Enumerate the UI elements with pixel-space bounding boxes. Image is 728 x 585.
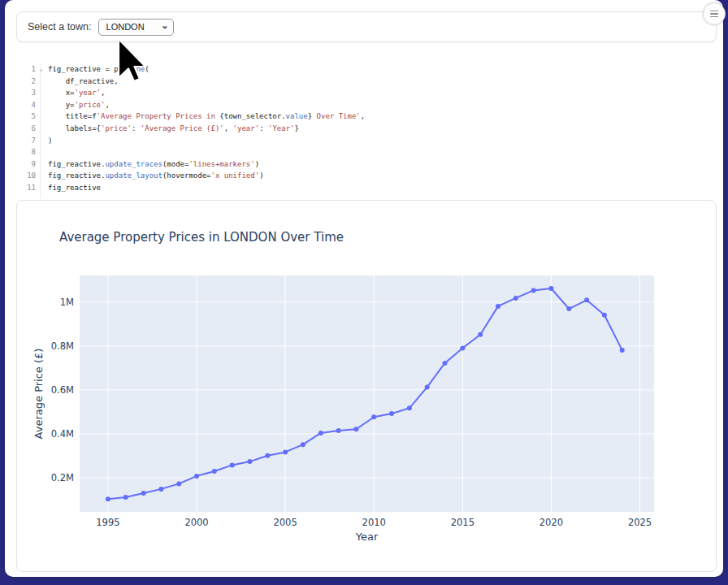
code-line[interactable]: df_reactive, xyxy=(48,76,365,88)
data-point-marker[interactable] xyxy=(478,332,483,337)
data-point-marker[interactable] xyxy=(443,361,448,366)
x-tick-label: 2005 xyxy=(273,517,297,528)
code-line[interactable]: fig_reactive.update_layout(hovermode='x … xyxy=(48,170,365,182)
code-line[interactable]: x='year', xyxy=(48,87,365,99)
data-point-marker[interactable] xyxy=(514,296,518,301)
chart-output-cell: 19952000200520102015202020250.2M0.4M0.6M… xyxy=(16,200,717,572)
data-point-marker[interactable] xyxy=(336,428,341,433)
x-tick-label: 2010 xyxy=(362,517,386,528)
y-tick-label: 0.2M xyxy=(51,472,74,483)
data-point-marker[interactable] xyxy=(389,411,394,416)
data-point-marker[interactable] xyxy=(283,449,288,454)
x-axis-title: Year xyxy=(355,531,379,543)
data-point-marker[interactable] xyxy=(318,431,323,436)
data-point-marker[interactable] xyxy=(106,496,110,501)
data-point-marker[interactable] xyxy=(158,487,163,492)
data-point-marker[interactable] xyxy=(230,462,235,467)
data-point-marker[interactable] xyxy=(620,348,625,353)
data-point-marker[interactable] xyxy=(124,495,128,500)
x-tick-label: 2020 xyxy=(540,517,563,528)
code-line[interactable]: fig_reactive.update_traces(mode='lines+m… xyxy=(48,158,365,171)
data-point-marker[interactable] xyxy=(212,469,217,474)
data-point-marker[interactable] xyxy=(301,442,306,447)
y-tick-label: 1M xyxy=(60,297,74,308)
notebook-sheet: Select a town: LONDON ⌄ 1⌄234567891011 f… xyxy=(5,0,723,577)
data-point-marker[interactable] xyxy=(548,286,553,291)
x-tick-label: 2000 xyxy=(184,517,208,528)
line-number-gutter: 1⌄234567891011 xyxy=(16,63,41,198)
data-point-marker[interactable] xyxy=(460,346,465,351)
code-line[interactable]: labels={'price': 'Average Price (£)', 'y… xyxy=(48,123,365,135)
data-point-marker[interactable] xyxy=(265,453,270,458)
hamburger-icon xyxy=(710,11,718,12)
menu-button[interactable] xyxy=(703,2,726,25)
data-point-marker[interactable] xyxy=(566,306,571,311)
code-line[interactable]: y='price', xyxy=(48,99,365,111)
y-axis-title: Average Price (£) xyxy=(32,349,45,440)
code-lines: fig_reactive = px.line( df_reactive, x='… xyxy=(41,63,365,198)
x-tick-label: 2015 xyxy=(451,517,474,528)
data-point-marker[interactable] xyxy=(584,297,589,302)
x-tick-label: 1995 xyxy=(96,517,119,528)
code-line[interactable]: fig_reactive xyxy=(48,182,365,194)
data-point-marker[interactable] xyxy=(371,414,376,419)
app-viewport: { "selector_cell": { "label": "Select a … xyxy=(0,0,728,585)
code-line[interactable] xyxy=(48,146,365,158)
code-line[interactable]: fig_reactive = px.line( xyxy=(48,63,365,76)
code-line[interactable]: ) xyxy=(48,135,365,147)
data-point-marker[interactable] xyxy=(531,288,536,292)
fold-chevron-icon[interactable]: ⌄ xyxy=(39,63,43,76)
y-tick-label: 0.6M xyxy=(51,384,74,396)
town-select-wrapper: LONDON ⌄ xyxy=(98,19,174,36)
y-tick-label: 0.4M xyxy=(51,428,74,440)
data-point-marker[interactable] xyxy=(353,427,358,431)
data-point-marker[interactable] xyxy=(496,304,500,309)
data-point-marker[interactable] xyxy=(176,481,181,486)
data-point-marker[interactable] xyxy=(194,474,199,479)
data-point-marker[interactable] xyxy=(248,459,253,464)
town-selector-label: Select a town: xyxy=(28,21,92,32)
x-tick-label: 2025 xyxy=(628,517,652,528)
data-point-marker[interactable] xyxy=(141,491,146,496)
y-tick-label: 0.8M xyxy=(51,340,74,352)
town-select[interactable]: LONDON xyxy=(98,19,174,36)
data-point-marker[interactable] xyxy=(602,313,607,318)
data-point-marker[interactable] xyxy=(407,405,412,410)
chart-title: Average Property Prices in LONDON Over T… xyxy=(59,230,344,245)
chart-canvas[interactable]: 19952000200520102015202020250.2M0.4M0.6M… xyxy=(17,201,716,571)
code-line[interactable]: title=f'Average Property Prices in {town… xyxy=(48,110,365,123)
data-point-marker[interactable] xyxy=(425,384,430,389)
mouse-cursor xyxy=(117,37,150,88)
